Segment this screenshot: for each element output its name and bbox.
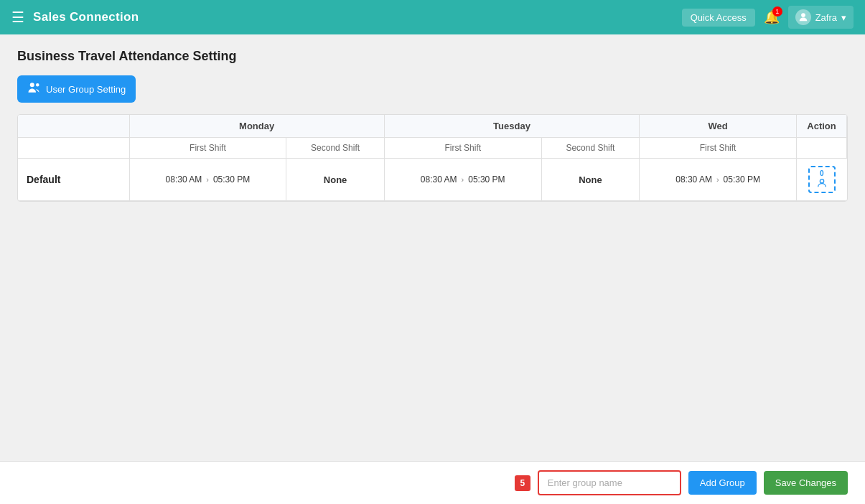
table-row: Default 08:30 AM › 05:30 PM None 08:30 [18, 159, 847, 201]
wed-header: Wed [640, 115, 797, 138]
user-count-number: 0 [820, 170, 824, 177]
user-icon [816, 177, 828, 189]
arrow-icon: › [206, 175, 209, 184]
user-group-setting-button[interactable]: User Group Setting [17, 75, 136, 103]
chevron-down-icon: ▾ [841, 12, 846, 23]
svg-point-2 [36, 83, 39, 87]
row-label: Default [18, 159, 129, 201]
step-badge: 5 [515, 475, 530, 491]
menu-icon[interactable]: ☰ [11, 9, 24, 26]
user-group-label: User Group Setting [46, 84, 126, 95]
wed-first-shift-range: 08:30 AM › 05:30 PM [648, 174, 787, 185]
group-name-input[interactable] [538, 470, 681, 495]
tuesday-first-shift-header: First Shift [384, 138, 541, 159]
shift-empty [18, 138, 129, 159]
empty-header [18, 115, 129, 138]
user-group-icon [27, 81, 40, 97]
monday-header: Monday [129, 115, 384, 138]
wed-first-start: 08:30 AM [675, 174, 712, 185]
tuesday-first-shift-range: 08:30 AM › 05:30 PM [393, 174, 533, 185]
tuesday-second-shift-cell: None [541, 159, 640, 201]
app-header: ☰ Sales Connection Quick Access 🔔 1 Zafr… [0, 0, 865, 34]
header-left: ☰ Sales Connection [11, 9, 139, 26]
avatar [795, 9, 811, 25]
add-group-button[interactable]: Add Group [688, 471, 757, 495]
page-title: Business Travel Attendance Setting [17, 49, 848, 64]
notification-button[interactable]: 🔔 1 [764, 9, 780, 25]
attendance-table: Monday Tuesday Wed Action First Shift Se… [18, 115, 847, 201]
wed-first-end: 05:30 PM [724, 174, 760, 185]
monday-first-shift-cell: 08:30 AM › 05:30 PM [129, 159, 286, 201]
notification-badge: 1 [772, 6, 782, 17]
attendance-table-container: Monday Tuesday Wed Action First Shift Se… [17, 114, 848, 202]
user-count-button[interactable]: 0 [808, 166, 836, 193]
svg-point-0 [801, 13, 805, 17]
tuesday-second-shift-header: Second Shift [541, 138, 640, 159]
quick-access-button[interactable]: Quick Access [682, 9, 755, 27]
action-shift-empty [797, 138, 847, 159]
arrow-icon-3: › [716, 175, 719, 184]
wed-first-shift-header: First Shift [640, 138, 797, 159]
header-right: Quick Access 🔔 1 Zafra ▾ [682, 6, 854, 29]
monday-first-shift-range: 08:30 AM › 05:30 PM [139, 174, 278, 185]
monday-first-shift-header: First Shift [129, 138, 286, 159]
monday-first-end: 05:30 PM [213, 174, 250, 185]
action-cell: 0 [797, 159, 847, 201]
app-title: Sales Connection [33, 10, 139, 24]
user-menu-button[interactable]: Zafra ▾ [788, 6, 854, 29]
monday-second-shift-none: None [324, 174, 347, 185]
monday-first-start: 08:30 AM [166, 174, 202, 185]
main-content: Business Travel Attendance Setting User … [0, 34, 865, 504]
save-changes-button[interactable]: Save Changes [764, 471, 848, 495]
tuesday-second-shift-none: None [579, 174, 602, 185]
monday-second-shift-cell: None [286, 159, 385, 201]
monday-second-shift-header: Second Shift [286, 138, 385, 159]
footer: 5 Add Group Save Changes [0, 461, 865, 504]
wed-first-shift-cell: 08:30 AM › 05:30 PM [640, 159, 797, 201]
tuesday-first-start: 08:30 AM [421, 174, 457, 185]
tuesday-first-end: 05:30 PM [468, 174, 505, 185]
action-header: Action [797, 115, 847, 138]
day-header-row: Monday Tuesday Wed Action [18, 115, 847, 138]
tuesday-header: Tuesday [384, 115, 639, 138]
svg-point-3 [820, 179, 823, 183]
user-name-label: Zafra [815, 12, 837, 23]
svg-point-1 [30, 83, 34, 87]
arrow-icon-2: › [462, 175, 464, 184]
tuesday-first-shift-cell: 08:30 AM › 05:30 PM [384, 159, 541, 201]
shift-header-row: First Shift Second Shift First Shift Sec… [18, 138, 847, 159]
